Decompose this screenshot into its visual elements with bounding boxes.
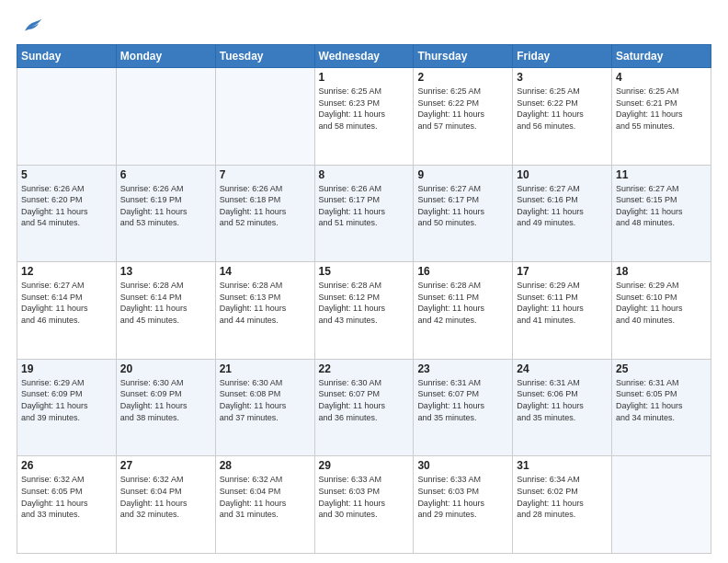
day-info: Sunrise: 6:28 AM Sunset: 6:13 PM Dayligh…: [220, 280, 311, 326]
day-info: Sunrise: 6:25 AM Sunset: 6:22 PM Dayligh…: [417, 86, 508, 132]
logo-bird-icon: [21, 17, 43, 35]
calendar-cell: 7Sunrise: 6:26 AM Sunset: 6:18 PM Daylig…: [215, 165, 314, 262]
day-info: Sunrise: 6:31 AM Sunset: 6:07 PM Dayligh…: [417, 377, 508, 423]
calendar-header-row: SundayMondayTuesdayWednesdayThursdayFrid…: [17, 45, 711, 68]
day-info: Sunrise: 6:28 AM Sunset: 6:11 PM Dayligh…: [417, 280, 508, 326]
day-header-monday: Monday: [116, 45, 215, 68]
calendar-cell: [215, 68, 314, 166]
day-number: 30: [417, 459, 508, 472]
calendar-week-4: 19Sunrise: 6:29 AM Sunset: 6:09 PM Dayli…: [17, 359, 711, 456]
calendar-cell: 4Sunrise: 6:25 AM Sunset: 6:21 PM Daylig…: [612, 68, 711, 166]
day-header-friday: Friday: [513, 45, 612, 68]
day-header-sunday: Sunday: [17, 45, 117, 68]
page: SundayMondayTuesdayWednesdayThursdayFrid…: [0, 0, 728, 563]
calendar-cell: 24Sunrise: 6:31 AM Sunset: 6:06 PM Dayli…: [513, 359, 612, 456]
day-info: Sunrise: 6:27 AM Sunset: 6:15 PM Dayligh…: [616, 183, 707, 229]
calendar-cell: 5Sunrise: 6:26 AM Sunset: 6:20 PM Daylig…: [17, 165, 117, 262]
calendar-cell: 27Sunrise: 6:32 AM Sunset: 6:04 PM Dayli…: [116, 456, 215, 554]
calendar-cell: 21Sunrise: 6:30 AM Sunset: 6:08 PM Dayli…: [215, 359, 314, 456]
day-number: 5: [21, 168, 112, 181]
calendar-cell: 14Sunrise: 6:28 AM Sunset: 6:13 PM Dayli…: [215, 262, 314, 360]
calendar-cell: [612, 456, 711, 554]
day-number: 23: [417, 362, 508, 375]
day-info: Sunrise: 6:26 AM Sunset: 6:20 PM Dayligh…: [21, 183, 112, 229]
calendar-week-2: 5Sunrise: 6:26 AM Sunset: 6:20 PM Daylig…: [17, 165, 711, 262]
day-info: Sunrise: 6:33 AM Sunset: 6:03 PM Dayligh…: [319, 474, 410, 520]
day-number: 19: [21, 362, 112, 375]
calendar-cell: 10Sunrise: 6:27 AM Sunset: 6:16 PM Dayli…: [513, 165, 612, 262]
calendar-cell: 31Sunrise: 6:34 AM Sunset: 6:02 PM Dayli…: [513, 456, 612, 554]
calendar-table: SundayMondayTuesdayWednesdayThursdayFrid…: [17, 44, 711, 554]
day-header-saturday: Saturday: [612, 45, 711, 68]
day-info: Sunrise: 6:27 AM Sunset: 6:16 PM Dayligh…: [517, 183, 608, 229]
day-info: Sunrise: 6:26 AM Sunset: 6:19 PM Dayligh…: [120, 183, 211, 229]
day-number: 3: [517, 71, 608, 84]
calendar-cell: 25Sunrise: 6:31 AM Sunset: 6:05 PM Dayli…: [612, 359, 711, 456]
calendar-cell: 30Sunrise: 6:33 AM Sunset: 6:03 PM Dayli…: [414, 456, 513, 554]
day-info: Sunrise: 6:32 AM Sunset: 6:04 PM Dayligh…: [120, 474, 211, 520]
logo: [17, 17, 45, 35]
day-info: Sunrise: 6:29 AM Sunset: 6:11 PM Dayligh…: [517, 280, 608, 326]
calendar-cell: 19Sunrise: 6:29 AM Sunset: 6:09 PM Dayli…: [17, 359, 117, 456]
day-info: Sunrise: 6:25 AM Sunset: 6:23 PM Dayligh…: [319, 86, 410, 132]
calendar-cell: 6Sunrise: 6:26 AM Sunset: 6:19 PM Daylig…: [116, 165, 215, 262]
day-number: 25: [616, 362, 707, 375]
day-number: 4: [616, 71, 707, 84]
day-info: Sunrise: 6:32 AM Sunset: 6:05 PM Dayligh…: [21, 474, 112, 520]
calendar-cell: 12Sunrise: 6:27 AM Sunset: 6:14 PM Dayli…: [17, 262, 117, 360]
calendar-cell: 16Sunrise: 6:28 AM Sunset: 6:11 PM Dayli…: [414, 262, 513, 360]
day-header-tuesday: Tuesday: [215, 45, 314, 68]
calendar-cell: 1Sunrise: 6:25 AM Sunset: 6:23 PM Daylig…: [314, 68, 414, 166]
calendar-week-5: 26Sunrise: 6:32 AM Sunset: 6:05 PM Dayli…: [17, 456, 711, 554]
day-info: Sunrise: 6:31 AM Sunset: 6:05 PM Dayligh…: [616, 377, 707, 423]
calendar-cell: [116, 68, 215, 166]
calendar-cell: 11Sunrise: 6:27 AM Sunset: 6:15 PM Dayli…: [612, 165, 711, 262]
day-info: Sunrise: 6:29 AM Sunset: 6:10 PM Dayligh…: [616, 280, 707, 326]
day-info: Sunrise: 6:26 AM Sunset: 6:18 PM Dayligh…: [220, 183, 311, 229]
day-number: 9: [417, 168, 508, 181]
calendar-cell: [17, 68, 117, 166]
day-number: 8: [319, 168, 410, 181]
day-number: 7: [220, 168, 311, 181]
day-info: Sunrise: 6:29 AM Sunset: 6:09 PM Dayligh…: [21, 377, 112, 423]
day-info: Sunrise: 6:27 AM Sunset: 6:17 PM Dayligh…: [417, 183, 508, 229]
day-number: 26: [21, 459, 112, 472]
day-number: 13: [120, 265, 211, 278]
day-info: Sunrise: 6:30 AM Sunset: 6:07 PM Dayligh…: [319, 377, 410, 423]
calendar-cell: 2Sunrise: 6:25 AM Sunset: 6:22 PM Daylig…: [414, 68, 513, 166]
day-number: 29: [319, 459, 410, 472]
calendar-cell: 20Sunrise: 6:30 AM Sunset: 6:09 PM Dayli…: [116, 359, 215, 456]
header: [17, 17, 711, 35]
day-number: 27: [120, 459, 211, 472]
day-number: 12: [21, 265, 112, 278]
calendar-cell: 17Sunrise: 6:29 AM Sunset: 6:11 PM Dayli…: [513, 262, 612, 360]
calendar-cell: 3Sunrise: 6:25 AM Sunset: 6:22 PM Daylig…: [513, 68, 612, 166]
day-number: 1: [319, 71, 410, 84]
day-number: 24: [517, 362, 608, 375]
day-number: 18: [616, 265, 707, 278]
day-number: 21: [220, 362, 311, 375]
calendar-cell: 23Sunrise: 6:31 AM Sunset: 6:07 PM Dayli…: [414, 359, 513, 456]
calendar-cell: 28Sunrise: 6:32 AM Sunset: 6:04 PM Dayli…: [215, 456, 314, 554]
day-number: 11: [616, 168, 707, 181]
day-header-thursday: Thursday: [414, 45, 513, 68]
calendar-cell: 13Sunrise: 6:28 AM Sunset: 6:14 PM Dayli…: [116, 262, 215, 360]
day-info: Sunrise: 6:28 AM Sunset: 6:14 PM Dayligh…: [120, 280, 211, 326]
day-info: Sunrise: 6:30 AM Sunset: 6:09 PM Dayligh…: [120, 377, 211, 423]
calendar-cell: 15Sunrise: 6:28 AM Sunset: 6:12 PM Dayli…: [314, 262, 414, 360]
day-info: Sunrise: 6:27 AM Sunset: 6:14 PM Dayligh…: [21, 280, 112, 326]
day-number: 15: [319, 265, 410, 278]
day-number: 14: [220, 265, 311, 278]
day-number: 28: [220, 459, 311, 472]
calendar-week-3: 12Sunrise: 6:27 AM Sunset: 6:14 PM Dayli…: [17, 262, 711, 360]
day-number: 22: [319, 362, 410, 375]
calendar-week-1: 1Sunrise: 6:25 AM Sunset: 6:23 PM Daylig…: [17, 68, 711, 166]
calendar-cell: 18Sunrise: 6:29 AM Sunset: 6:10 PM Dayli…: [612, 262, 711, 360]
day-number: 10: [517, 168, 608, 181]
day-number: 31: [517, 459, 608, 472]
day-number: 6: [120, 168, 211, 181]
calendar-cell: 29Sunrise: 6:33 AM Sunset: 6:03 PM Dayli…: [314, 456, 414, 554]
day-info: Sunrise: 6:31 AM Sunset: 6:06 PM Dayligh…: [517, 377, 608, 423]
day-info: Sunrise: 6:32 AM Sunset: 6:04 PM Dayligh…: [220, 474, 311, 520]
day-info: Sunrise: 6:25 AM Sunset: 6:22 PM Dayligh…: [517, 86, 608, 132]
